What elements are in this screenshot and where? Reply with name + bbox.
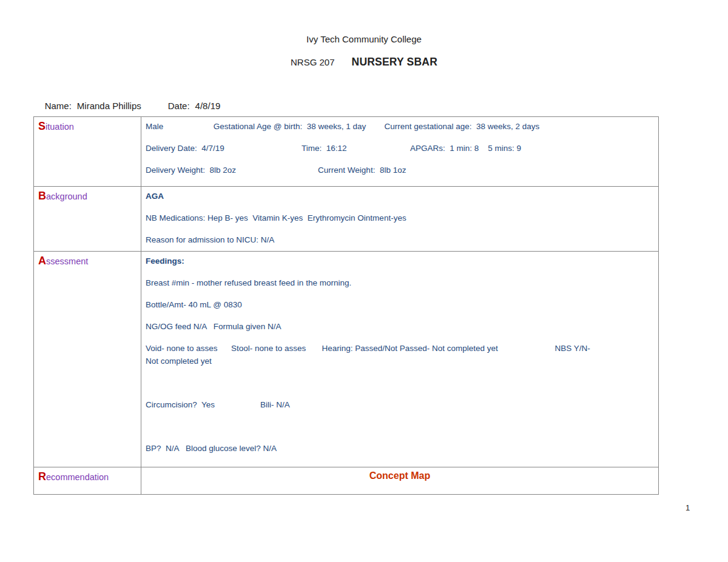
assessment-line: NG/OG feed N/A Formula given N/A <box>146 320 654 333</box>
background-initial: B <box>38 190 46 202</box>
assessment-label: ssessment <box>46 256 88 266</box>
situation-line: Delivery Date: 4/7/19 Time: 16:12 APGARs… <box>146 142 654 155</box>
background-line: AGA <box>146 190 654 202</box>
assessment-line: Feedings: <box>146 255 654 267</box>
assessment-content-cell: Feedings: Breast #min - mother refused b… <box>141 252 659 467</box>
sbar-table: Situation Male Gestational Age @ birth: … <box>33 116 659 495</box>
assessment-line-blank <box>146 420 654 433</box>
recommendation-label: ecommendation <box>46 472 109 482</box>
course-code: NRSG 207 <box>291 57 335 67</box>
situation-line: Delivery Weight: 8lb 2oz Current Weight:… <box>146 164 654 176</box>
recommendation-initial: R <box>38 470 46 483</box>
background-label-cell: Background <box>34 187 141 252</box>
situation-label-cell: Situation <box>34 117 141 187</box>
background-content-cell: AGA NB Medications: Hep B- yes Vitamin K… <box>141 187 659 252</box>
assessment-line: Circumcision? Yes Bili- N/A <box>146 398 654 411</box>
document-page: Ivy Tech Community College NRSG 207NURSE… <box>0 0 728 562</box>
background-line: Reason for admission to NICU: N/A <box>146 233 654 246</box>
concept-map-text: Concept Map <box>369 470 430 481</box>
assessment-line: Breast #min - mother refused breast feed… <box>146 276 654 289</box>
assessment-line: BP? N/A Blood glucose level? N/A <box>146 442 654 455</box>
table-row-background: Background AGA NB Medications: Hep B- ye… <box>34 187 659 252</box>
recommendation-label-cell: Recommendation <box>34 467 141 495</box>
name-label: Name: <box>45 101 72 111</box>
recommendation-content-cell: Concept Map <box>141 467 659 495</box>
college-name: Ivy Tech Community College <box>0 34 728 44</box>
background-line: NB Medications: Hep B- yes Vitamin K-yes… <box>146 212 654 224</box>
date-label: Date: <box>168 101 190 111</box>
assessment-line-blank <box>146 376 654 389</box>
assessment-initial: A <box>38 255 46 267</box>
student-name: Miranda Phillips <box>77 101 141 111</box>
table-row-situation: Situation Male Gestational Age @ birth: … <box>34 117 659 187</box>
date-value: 4/8/19 <box>195 101 221 111</box>
assessment-line: Bottle/Amt- 40 mL @ 0830 <box>146 298 654 311</box>
page-number: 1 <box>686 503 690 512</box>
table-row-assessment: Assessment Feedings: Breast #min - mothe… <box>34 252 659 467</box>
assessment-line: Void- none to asses Stool- none to asses… <box>146 342 654 367</box>
assessment-label-cell: Assessment <box>34 252 141 467</box>
background-label: ackground <box>46 192 87 201</box>
table-row-recommendation: Recommendation Concept Map <box>34 467 659 495</box>
page-title: NURSERY SBAR <box>352 56 437 68</box>
situation-content-cell: Male Gestational Age @ birth: 38 weeks, … <box>141 117 659 187</box>
situation-initial: S <box>38 120 46 132</box>
situation-label: ituation <box>46 122 74 132</box>
document-title-line: NRSG 207NURSERY SBAR <box>0 56 728 69</box>
situation-line: Male Gestational Age @ birth: 38 weeks, … <box>146 120 654 133</box>
